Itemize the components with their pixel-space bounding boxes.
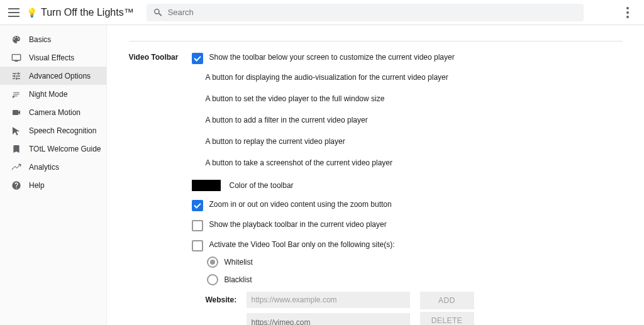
sidebar-item-camera-motion[interactable]: Camera Motion	[0, 103, 106, 121]
search-icon	[153, 8, 163, 18]
label-playback: Show the playback toolbar in the current…	[209, 220, 387, 229]
label-activate-sites: Activate the Video Tool Bar only on the …	[209, 240, 395, 249]
section-title: Video Toolbar	[129, 53, 192, 325]
app-title: Turn Off the Lights™	[41, 7, 134, 18]
sidebar-item-visual-effects[interactable]: Visual Effects	[0, 48, 106, 67]
sidebar-item-label: Help	[29, 181, 45, 190]
label-toolbar-color: Color of the toolbar	[230, 181, 294, 190]
sidebar-item-label: Basics	[29, 35, 51, 44]
feature-item: A button for displaying the audio-visual…	[206, 73, 623, 82]
url-list[interactable]: https://vimeo.com https://www.youtube.co…	[247, 313, 410, 325]
sidebar-item-basics[interactable]: Basics	[0, 30, 106, 48]
sidebar: Basics Visual Effects Advanced Options N…	[0, 25, 107, 325]
sidebar-item-advanced-options[interactable]: Advanced Options	[0, 67, 106, 85]
website-input[interactable]	[247, 292, 410, 308]
feature-item: A button to replay the current video pla…	[206, 137, 623, 146]
label-whitelist: Whitelist	[225, 258, 253, 267]
bookmark-icon	[11, 144, 21, 154]
night-icon	[11, 89, 21, 99]
more-vert-icon	[626, 11, 629, 14]
feature-item: A button to take a screenshot of the cur…	[206, 158, 623, 167]
mic-icon	[11, 126, 21, 136]
sidebar-item-label: Analytics	[29, 163, 59, 172]
add-button[interactable]: ADD	[420, 292, 474, 309]
palette-icon	[11, 35, 21, 45]
sidebar-item-night-mode[interactable]: Night Mode	[0, 85, 106, 103]
sidebar-item-welcome-guide[interactable]: TOtL Welcome Guide	[0, 140, 106, 158]
checkbox-playback[interactable]	[192, 220, 203, 231]
hamburger-icon	[8, 12, 19, 13]
sidebar-item-label: Visual Effects	[29, 53, 74, 62]
tv-icon	[11, 53, 21, 63]
sidebar-item-speech[interactable]: Speech Recognition	[0, 121, 106, 140]
search-input[interactable]	[168, 8, 577, 17]
url-item[interactable]: https://vimeo.com	[247, 314, 410, 325]
tune-icon	[11, 71, 21, 81]
label-zoom: Zoom in or out on video content using th…	[209, 200, 392, 209]
feature-item: A button to set the video player to the …	[206, 94, 623, 103]
sidebar-item-analytics[interactable]: Analytics	[0, 158, 106, 176]
search-box[interactable]	[147, 4, 584, 21]
lightbulb-icon: 💡	[26, 8, 37, 18]
delete-button[interactable]: DELETE	[420, 312, 474, 325]
checkbox-zoom[interactable]	[192, 200, 203, 211]
sidebar-item-label: Night Mode	[29, 90, 67, 99]
sidebar-item-label: Advanced Options	[29, 72, 91, 80]
sidebar-item-help[interactable]: Help	[0, 176, 106, 194]
radio-whitelist[interactable]	[207, 256, 218, 268]
feature-item: A button to add a filter in the current …	[206, 116, 623, 124]
more-button[interactable]	[620, 5, 635, 20]
label-website: Website:	[206, 295, 240, 304]
app-header: 💡 Turn Off the Lights™	[0, 0, 644, 25]
sidebar-item-label: TOtL Welcome Guide	[29, 145, 101, 153]
sidebar-item-label: Camera Motion	[29, 108, 80, 117]
label-show-toolbar: Show the toolbar below your screen to cu…	[209, 53, 455, 62]
checkbox-show-toolbar[interactable]	[192, 53, 203, 64]
radio-blacklist[interactable]	[207, 274, 218, 285]
content-pane[interactable]: Video Toolbar Show the toolbar below you…	[107, 25, 644, 325]
menu-button[interactable]	[5, 4, 23, 21]
label-blacklist: Blacklist	[225, 275, 252, 284]
analytics-icon	[11, 162, 21, 172]
help-icon	[11, 180, 21, 190]
checkbox-activate-sites[interactable]	[192, 240, 203, 251]
sidebar-item-label: Speech Recognition	[29, 126, 96, 135]
videocam-icon	[11, 107, 21, 118]
toolbar-color-swatch[interactable]	[192, 180, 221, 191]
